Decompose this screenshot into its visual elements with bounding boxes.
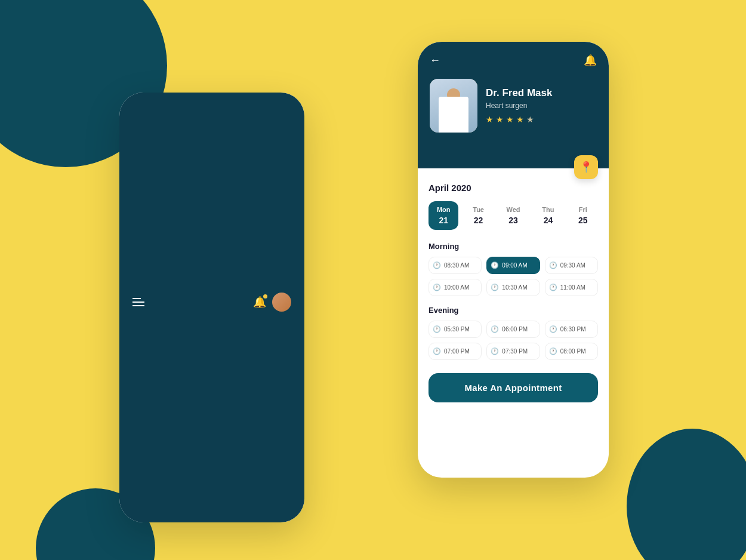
time-1800-label: 06:00 PM xyxy=(502,326,528,333)
cal-day-mon-name: Mon xyxy=(431,206,456,213)
clock-icon: 🕐 xyxy=(491,347,499,355)
clock-icon: 🕐 xyxy=(491,261,499,269)
clock-icon: 🕐 xyxy=(491,325,499,333)
time-slot-1730[interactable]: 🕐 05:30 PM xyxy=(429,321,482,338)
left-phone: 🔔 Hi, Olivia Welcome Back Category xyxy=(119,93,304,522)
doctor-detail-specialty: Heart surgen xyxy=(486,101,553,110)
calendar-row: Mon 21 Tue 22 Wed 23 Thu 24 Fri 25 xyxy=(429,201,598,230)
doctor-detail-name: Dr. Fred Mask xyxy=(486,87,553,99)
star-2: ★ xyxy=(496,115,504,124)
time-1830-label: 06:30 PM xyxy=(560,326,586,333)
notification-bell-icon[interactable]: 🔔 xyxy=(253,296,266,309)
time-1900-label: 07:00 PM xyxy=(444,348,470,355)
time-1930-label: 07:30 PM xyxy=(502,348,528,355)
location-badge[interactable]: 📍 xyxy=(574,155,598,179)
doctor-photo xyxy=(430,79,477,133)
star-4: ★ xyxy=(516,115,524,124)
clock-icon: 🕐 xyxy=(433,284,441,291)
clock-icon: 🕐 xyxy=(433,325,441,333)
cal-day-wed-name: Wed xyxy=(501,206,526,213)
cal-day-thu[interactable]: Thu 24 xyxy=(533,201,563,230)
notification-icon[interactable]: 🔔 xyxy=(584,54,597,67)
cal-day-wed-num: 23 xyxy=(501,216,526,225)
time-slot-0830[interactable]: 🕐 08:30 AM xyxy=(429,257,482,274)
clock-icon: 🕐 xyxy=(491,284,499,291)
left-phone-header: 🔔 xyxy=(119,93,304,522)
evening-label: Evening xyxy=(429,306,598,315)
make-appointment-button[interactable]: Make An Appointment xyxy=(429,373,598,402)
time-slot-0930[interactable]: 🕐 09:30 AM xyxy=(545,257,598,274)
time-1100-label: 11:00 AM xyxy=(560,284,585,291)
cal-day-tue-num: 22 xyxy=(466,216,491,225)
morning-time-grid: 🕐 08:30 AM 🕐 09:00 AM 🕐 09:30 AM 🕐 10:00… xyxy=(429,257,598,296)
right-phone: ← 🔔 Dr. Fred Mask Heart surgen ★ ★ ★ ★ ★ xyxy=(418,42,609,478)
time-slot-1000[interactable]: 🕐 10:00 AM xyxy=(429,279,482,296)
right-phone-content: April 2020 Mon 21 Tue 22 Wed 23 Thu 24 F… xyxy=(418,168,609,412)
time-slot-1830[interactable]: 🕐 06:30 PM xyxy=(545,321,598,338)
cal-day-wed[interactable]: Wed 23 xyxy=(498,201,528,230)
time-slot-1800[interactable]: 🕐 06:00 PM xyxy=(486,321,540,338)
menu-icon[interactable] xyxy=(132,298,144,306)
location-icon: 📍 xyxy=(579,161,593,174)
cal-day-thu-name: Thu xyxy=(535,206,560,213)
star-3: ★ xyxy=(506,115,514,124)
time-slot-2000[interactable]: 🕐 08:00 PM xyxy=(545,343,598,360)
clock-icon: 🕐 xyxy=(549,325,557,333)
cal-day-fri-name: Fri xyxy=(571,206,596,213)
header-right-controls: 🔔 xyxy=(253,293,291,312)
cal-day-mon-num: 21 xyxy=(431,216,456,225)
time-1730-label: 05:30 PM xyxy=(444,326,470,333)
cal-day-tue-name: Tue xyxy=(466,206,491,213)
time-0830-label: 08:30 AM xyxy=(444,262,469,269)
cal-day-mon[interactable]: Mon 21 xyxy=(429,201,458,230)
clock-icon: 🕐 xyxy=(433,347,441,355)
clock-icon: 🕐 xyxy=(433,261,441,269)
cal-day-fri[interactable]: Fri 25 xyxy=(568,201,598,230)
star-half: ★ xyxy=(526,115,534,124)
star-1: ★ xyxy=(486,115,494,124)
cal-day-tue[interactable]: Tue 22 xyxy=(463,201,493,230)
time-1030-label: 10:30 AM xyxy=(502,284,527,291)
clock-icon: 🕐 xyxy=(549,347,557,355)
time-slot-1030[interactable]: 🕐 10:30 AM xyxy=(486,279,540,296)
time-slot-0900[interactable]: 🕐 09:00 AM xyxy=(486,257,540,274)
avatar-image xyxy=(272,293,291,312)
avatar[interactable] xyxy=(272,293,291,312)
doctor-profile-card: Dr. Fred Mask Heart surgen ★ ★ ★ ★ ★ xyxy=(430,79,597,133)
time-slot-1900[interactable]: 🕐 07:00 PM xyxy=(429,343,482,360)
notification-dot xyxy=(263,294,267,299)
time-0930-label: 09:30 AM xyxy=(560,262,585,269)
time-slot-1100[interactable]: 🕐 11:00 AM xyxy=(545,279,598,296)
doctor-rating-stars: ★ ★ ★ ★ ★ xyxy=(486,115,553,124)
time-1000-label: 10:00 AM xyxy=(444,284,469,291)
evening-time-grid: 🕐 05:30 PM 🕐 06:00 PM 🕐 06:30 PM 🕐 07:00… xyxy=(429,321,598,360)
time-2000-label: 08:00 PM xyxy=(560,348,586,355)
clock-icon: 🕐 xyxy=(549,284,557,291)
time-0900-label: 09:00 AM xyxy=(502,262,527,269)
right-phone-nav: ← 🔔 xyxy=(430,54,597,67)
doctor-detail-info: Dr. Fred Mask Heart surgen ★ ★ ★ ★ ★ xyxy=(486,87,553,124)
morning-label: Morning xyxy=(429,242,598,251)
cal-day-thu-num: 24 xyxy=(535,216,560,225)
clock-icon: 🕐 xyxy=(549,261,557,269)
month-label: April 2020 xyxy=(429,183,598,193)
cal-day-fri-num: 25 xyxy=(571,216,596,225)
bg-decoration-bottom-right xyxy=(627,429,746,560)
right-phone-header: ← 🔔 Dr. Fred Mask Heart surgen ★ ★ ★ ★ ★ xyxy=(418,42,609,168)
back-button[interactable]: ← xyxy=(430,54,440,67)
time-slot-1930[interactable]: 🕐 07:30 PM xyxy=(486,343,540,360)
